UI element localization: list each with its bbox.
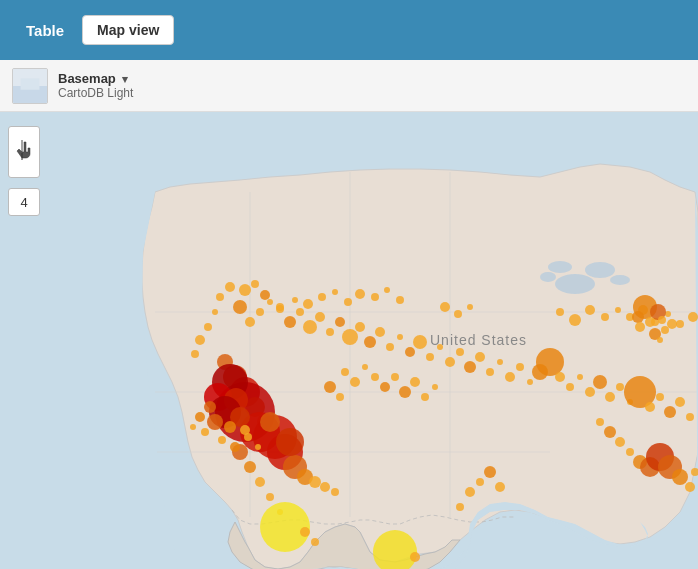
svg-rect-2 (21, 78, 40, 89)
zoom-level-value: 4 (20, 195, 27, 210)
basemap-bar: Basemap ▾ CartoDB Light (0, 60, 698, 112)
cursor-indicator (8, 126, 40, 178)
basemap-chevron-icon[interactable]: ▾ (122, 73, 128, 85)
basemap-label: Basemap ▾ CartoDB Light (58, 71, 133, 100)
header: Table Map view (0, 0, 698, 60)
basemap-name-text: Basemap (58, 71, 116, 86)
svg-point-11 (585, 262, 615, 278)
svg-point-12 (548, 261, 572, 273)
table-tab[interactable]: Table (16, 16, 74, 45)
basemap-subname: CartoDB Light (58, 86, 133, 100)
basemap-thumbnail (12, 68, 48, 104)
mapview-tab[interactable]: Map view (82, 15, 174, 45)
map-svg (0, 112, 698, 569)
svg-point-14 (610, 275, 630, 285)
basemap-name: Basemap ▾ (58, 71, 133, 86)
hand-cursor-icon (14, 140, 34, 164)
zoom-level[interactable]: 4 (8, 188, 40, 216)
svg-point-13 (540, 272, 556, 282)
svg-point-10 (555, 274, 595, 294)
map-container[interactable]: 4 United States Mexico (0, 112, 698, 569)
